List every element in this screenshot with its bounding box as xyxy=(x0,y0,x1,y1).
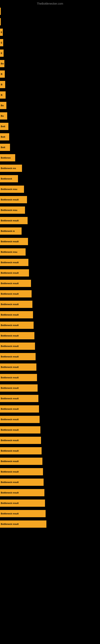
bar-47: Bottleneck result xyxy=(0,489,44,496)
bar-row: Bottleneck result xyxy=(0,488,100,498)
bar-label-16: Bottleneck res xyxy=(1,167,16,170)
bar-40: Bottleneck result xyxy=(0,416,40,423)
bar-32: Bottleneck result xyxy=(0,332,34,339)
bar-row: Bottleneck re xyxy=(0,226,100,236)
bar-label-43: Bottleneck result xyxy=(1,450,19,452)
bar-label-30: Bottleneck result xyxy=(1,314,19,316)
bar-label-48: Bottleneck result xyxy=(1,502,19,504)
bar-row: Bottleneck result xyxy=(0,194,100,205)
bar-row: E xyxy=(0,48,100,58)
bar-label-6: Bo xyxy=(1,62,4,65)
bar-row: Bottleneck result xyxy=(0,393,100,404)
bar-label-9: B xyxy=(1,94,2,96)
bar-row: Bottleneck res xyxy=(0,163,100,174)
bar-8: B xyxy=(0,81,5,88)
bar-11: Bo xyxy=(0,112,7,120)
bar-label-15: Bottlenec xyxy=(1,156,11,159)
bar-label-45: Bottleneck result xyxy=(1,470,19,473)
bar-row: Bottleneck result xyxy=(0,404,100,414)
bar-row: Bottleneck xyxy=(0,174,100,184)
bar-5: E xyxy=(0,50,3,57)
bar-43: Bottleneck result xyxy=(0,447,42,454)
bar-row: Bottleneck resu xyxy=(0,184,100,194)
bar-label-23: Bottleneck result xyxy=(1,240,19,243)
bar-row: Bo xyxy=(0,100,100,111)
bar-6: Bo xyxy=(0,60,4,67)
bar-row: Bottleneck result xyxy=(0,330,100,341)
bar-31: Bottleneck result xyxy=(0,322,34,329)
bar-22: Bottleneck re xyxy=(0,228,22,235)
bar-12: Bott xyxy=(0,123,8,130)
bar-row: Bottleneck result xyxy=(0,362,100,372)
bar-row: Bottleneck result xyxy=(0,372,100,383)
bar-label-41: Bottleneck result xyxy=(1,429,19,431)
bar-label-31: Bottleneck result xyxy=(1,324,19,326)
bar-23: Bottleneck result xyxy=(0,238,28,245)
bar-27: Bottleneck result xyxy=(0,280,31,287)
bar-39: Bottleneck result xyxy=(0,405,39,412)
bar-46: Bottleneck result xyxy=(0,478,44,486)
bar-label-21: Bottleneck result xyxy=(1,219,19,222)
bar-row: Bottleneck result xyxy=(0,268,100,278)
bar-label-10: Bo xyxy=(1,104,4,107)
bar-label-8: B xyxy=(1,83,2,86)
bar-row: Bo xyxy=(0,58,100,69)
bar-label-33: Bottleneck result xyxy=(1,345,19,347)
bar-row xyxy=(0,6,100,16)
bar-48: Bottleneck result xyxy=(0,500,45,507)
bar-row: B xyxy=(0,90,100,100)
bar-row: Bottleneck result xyxy=(0,288,100,299)
bar-row: Bottleneck result xyxy=(0,477,100,488)
bar-row: Bott xyxy=(0,132,100,142)
bar-row: E xyxy=(0,27,100,38)
bar-16: Bottleneck res xyxy=(0,164,22,172)
bar-15: Bottlenec xyxy=(0,154,15,162)
bar-label-37: Bottleneck result xyxy=(1,387,19,389)
bar-row: Bottleneck result xyxy=(0,341,100,352)
bar-label-32: Bottleneck result xyxy=(1,334,19,337)
bar-49: Bottleneck result xyxy=(0,510,46,517)
bar-10: Bo xyxy=(0,102,6,109)
bar-row: Bottleneck result xyxy=(0,508,100,519)
bar-7: B xyxy=(0,70,5,78)
bar-label-49: Bottleneck result xyxy=(1,512,19,515)
bar-label-14: Bott xyxy=(1,146,5,148)
bar-row: Bo xyxy=(0,111,100,121)
bar-label-19: Bottleneck result xyxy=(1,198,19,201)
bar-label-26: Bottleneck result xyxy=(1,272,19,274)
bar-row: B xyxy=(0,79,100,90)
bar-label-38: Bottleneck result xyxy=(1,397,19,400)
bar-label-20: Bottleneck resu xyxy=(1,209,17,211)
bar-row: Bottleneck result xyxy=(0,498,100,508)
bar-label-12: Bott xyxy=(1,125,5,128)
bar-29: Bottleneck result xyxy=(0,301,32,308)
bar-28: Bottleneck result xyxy=(0,290,32,298)
bar-row: Bottleneck result xyxy=(0,278,100,288)
bar-row: Bottleneck result xyxy=(0,215,100,226)
bar-20: Bottleneck resu xyxy=(0,206,25,214)
bar-13: Bott xyxy=(0,133,9,140)
bar-row: Bottleneck result xyxy=(0,236,100,247)
bar-row: Bottleneck resu xyxy=(0,247,100,257)
bar-37: Bottleneck result xyxy=(0,384,38,392)
bar-label-25: Bottleneck result xyxy=(1,261,19,264)
bar-row: Bott xyxy=(0,142,100,152)
bar-label-27: Bottleneck result xyxy=(1,282,19,284)
bar-row: Bottleneck result xyxy=(0,299,100,310)
bar-row: Bottleneck result xyxy=(0,456,100,466)
bar-row: Bottleneck resu xyxy=(0,205,100,215)
bar-row: Bottleneck result xyxy=(0,425,100,435)
bar-label-4: E xyxy=(1,42,2,44)
bar-label-3: E xyxy=(1,31,2,34)
bar-label-34: Bottleneck result xyxy=(1,356,19,358)
bar-18: Bottleneck resu xyxy=(0,186,24,193)
bar-label-39: Bottleneck result xyxy=(1,408,19,410)
bar-3: E xyxy=(0,28,3,36)
bar-row: Bott xyxy=(0,121,100,132)
bar-17: Bottleneck xyxy=(0,175,18,182)
bar-42: Bottleneck result xyxy=(0,437,41,444)
bar-label-11: Bo xyxy=(1,115,4,117)
bar-14: Bott xyxy=(0,144,10,151)
bar-35: Bottleneck result xyxy=(0,364,36,371)
bar-row: Bottleneck result xyxy=(0,257,100,268)
